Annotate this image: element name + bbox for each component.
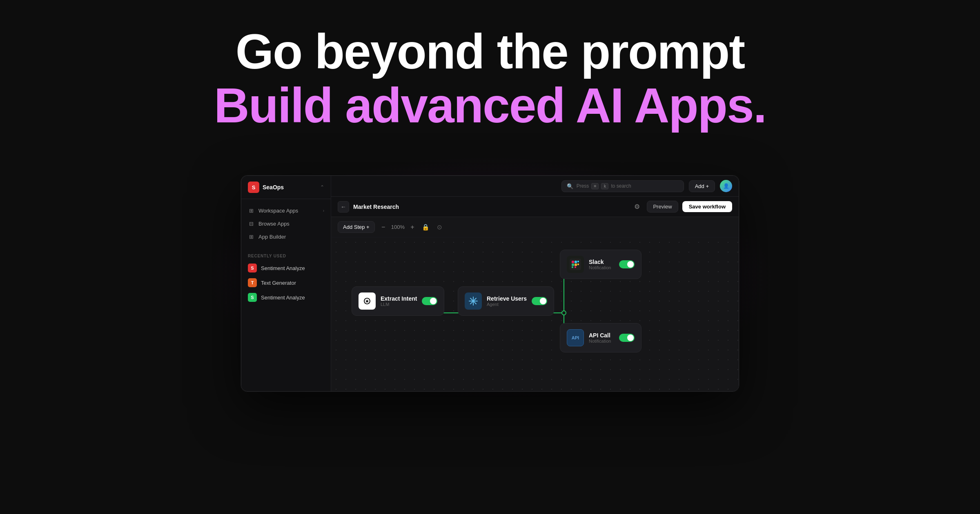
- sidebar-item-label-builder: App Builder: [258, 234, 286, 240]
- extract-intent-name: Extract Intent: [381, 295, 417, 302]
- preview-button[interactable]: Preview: [647, 201, 678, 213]
- extract-intent-type: LLM: [381, 302, 417, 307]
- svg-rect-12: [575, 261, 577, 263]
- svg-rect-17: [572, 266, 573, 268]
- recent-icon-sentiment-1: S: [248, 264, 257, 273]
- canvas-toolbar: Add Step + − 100% + 🔒 ⊙: [331, 217, 739, 237]
- sidebar-item-label-browse: Browse Apps: [258, 221, 290, 227]
- back-button[interactable]: ←: [338, 201, 349, 213]
- api-call-type: Notification: [589, 339, 614, 343]
- recently-used-label: RECENTLY USED: [241, 248, 331, 261]
- recent-label-sentiment-1: Sentiment Analyze: [261, 265, 305, 271]
- api-icon: API: [567, 329, 584, 346]
- avatar-initials: 👤: [723, 183, 729, 189]
- retrieve-users-name: Retrieve Users: [487, 295, 527, 302]
- recent-item-text-gen[interactable]: T Text Generator: [241, 275, 331, 290]
- add-step-label: Add Step +: [343, 224, 370, 230]
- canvas: Extract Intent LLM Retrieve Users Agent: [331, 237, 739, 391]
- zoom-controls: − 100% +: [379, 223, 417, 232]
- svg-rect-14: [575, 264, 577, 266]
- retrieve-users-toggle[interactable]: [532, 297, 547, 305]
- sidebar-header: S SeaOps ⌃: [241, 176, 331, 199]
- node-api-call[interactable]: API API Call Notification: [560, 323, 641, 352]
- zoom-out-button[interactable]: −: [379, 223, 388, 232]
- grid-icon: ⊞: [248, 207, 254, 214]
- chevron-icon: ⌃: [320, 184, 324, 190]
- api-call-info: API Call Notification: [589, 332, 614, 343]
- slack-type: Notification: [589, 265, 614, 270]
- retrieve-users-info: Retrieve Users Agent: [487, 295, 527, 307]
- node-retrieve-users[interactable]: Retrieve Users Agent: [458, 286, 554, 316]
- gpt-icon: [359, 292, 376, 310]
- recent-label-sentiment-2: Sentiment Analyze: [261, 295, 305, 301]
- sidebar-item-browse-apps[interactable]: ⊟ Browse Apps: [241, 217, 331, 230]
- add-button[interactable]: Add +: [689, 180, 715, 192]
- preview-label: Preview: [653, 204, 672, 210]
- slack-info: Slack Notification: [589, 259, 614, 270]
- arrow-icon: ›: [323, 208, 324, 213]
- recent-item-sentiment-2[interactable]: S Sentiment Analyze: [241, 290, 331, 305]
- builder-icon: ⊞: [248, 233, 254, 240]
- api-call-toggle[interactable]: [619, 334, 635, 342]
- search-text: Press ⌘ k to search: [577, 183, 631, 189]
- workflow-title: Market Research: [353, 204, 627, 210]
- svg-rect-16: [577, 264, 579, 265]
- settings-button[interactable]: ⚙: [631, 201, 643, 213]
- extract-intent-toggle[interactable]: [422, 297, 437, 305]
- app-name: SeaOps: [263, 184, 317, 191]
- svg-rect-13: [572, 264, 574, 266]
- sidebar-item-label-workspace: Workspace Apps: [258, 208, 298, 214]
- slack-icon: [567, 256, 584, 273]
- sidebar-nav: ⊞ Workspace Apps › ⊟ Browse Apps ⊞ App B…: [241, 199, 331, 248]
- retrieve-users-type: Agent: [487, 302, 527, 307]
- node-extract-intent[interactable]: Extract Intent LLM: [352, 286, 444, 316]
- add-button-label: Add +: [695, 183, 709, 189]
- svg-rect-15: [577, 261, 579, 262]
- sidebar-item-workspace-apps[interactable]: ⊞ Workspace Apps ›: [241, 204, 331, 217]
- hero-line1: Go beyond the prompt: [0, 24, 980, 78]
- kbd-cmd: ⌘: [591, 183, 599, 189]
- snowflake-icon: [465, 292, 482, 310]
- sidebar-item-app-builder[interactable]: ⊞ App Builder: [241, 230, 331, 243]
- svg-point-9: [472, 300, 474, 302]
- workflow-header: ← Market Research ⚙ Preview Save workflo…: [331, 197, 739, 217]
- app-window: S SeaOps ⌃ ⊞ Workspace Apps › ⊟ Browse A…: [241, 175, 739, 392]
- extract-intent-info: Extract Intent LLM: [381, 295, 417, 307]
- svg-point-6: [562, 311, 566, 315]
- hero-line2: Build advanced AI Apps.: [0, 78, 980, 132]
- add-step-button[interactable]: Add Step +: [338, 221, 375, 233]
- topbar: 🔍 Press ⌘ k to search Add + 👤: [331, 176, 739, 197]
- node-slack[interactable]: Slack Notification: [560, 250, 641, 279]
- save-workflow-label: Save workflow: [689, 204, 726, 210]
- recent-item-sentiment-1[interactable]: S Sentiment Analyze: [241, 261, 331, 275]
- slack-toggle[interactable]: [619, 260, 635, 268]
- search-box[interactable]: 🔍 Press ⌘ k to search: [561, 180, 684, 192]
- hero-section: Go beyond the prompt Build advanced AI A…: [0, 24, 980, 132]
- recent-icon-sentiment-2: S: [248, 293, 257, 302]
- recent-icon-text-gen: T: [248, 278, 257, 287]
- svg-rect-11: [572, 261, 574, 263]
- avatar[interactable]: 👤: [720, 180, 732, 192]
- app-logo: S: [248, 182, 259, 193]
- lock-button[interactable]: 🔒: [421, 222, 431, 232]
- slack-name: Slack: [589, 259, 614, 265]
- save-workflow-button[interactable]: Save workflow: [682, 201, 732, 212]
- search-icon: 🔍: [567, 183, 573, 189]
- zoom-in-button[interactable]: +: [408, 223, 417, 232]
- api-call-name: API Call: [589, 332, 614, 339]
- kbd-k: k: [601, 183, 608, 189]
- main-content: 🔍 Press ⌘ k to search Add + 👤 ← Market R…: [331, 176, 739, 391]
- sidebar: S SeaOps ⌃ ⊞ Workspace Apps › ⊟ Browse A…: [241, 176, 331, 391]
- recent-label-text-gen: Text Generator: [261, 280, 296, 286]
- svg-rect-18: [575, 266, 576, 268]
- expand-button[interactable]: ⊙: [435, 222, 445, 232]
- zoom-level: 100%: [391, 224, 405, 230]
- apps-icon: ⊟: [248, 220, 254, 227]
